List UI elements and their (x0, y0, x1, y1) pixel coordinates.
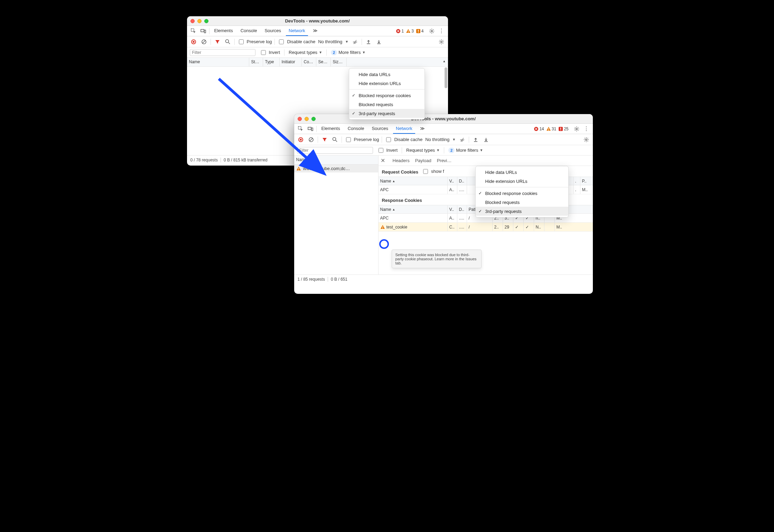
request-row[interactable]: www.youtube.com;dc… (294, 165, 378, 172)
record-icon[interactable] (297, 136, 305, 143)
issue-count[interactable]: 25 (558, 127, 568, 131)
error-count[interactable]: 1 (396, 29, 404, 34)
col-header[interactable]: D.. (457, 205, 467, 213)
upload-icon[interactable] (472, 136, 479, 143)
kebab-icon[interactable]: ⋮ (582, 125, 590, 133)
col-header[interactable]: Name▲ (379, 177, 448, 185)
warning-count[interactable]: 31 (546, 127, 556, 131)
col-name[interactable]: Name (294, 156, 378, 164)
disable-cache-checkbox[interactable]: Disable cache (278, 38, 315, 45)
filter-option-blocked-requests[interactable]: Blocked requests (349, 100, 425, 109)
network-conditions-icon[interactable] (351, 38, 359, 46)
issue-count[interactable]: 4 (416, 29, 424, 34)
tab-console[interactable]: Console (238, 26, 260, 36)
close-icon[interactable] (298, 117, 302, 121)
request-types-select[interactable]: Request types ▼ (289, 50, 322, 55)
settings-icon[interactable] (438, 38, 445, 46)
more-filters-select[interactable]: 2 More filters ▼ (331, 50, 365, 55)
zoom-icon[interactable] (204, 19, 208, 23)
filter-option-hide-data-urls[interactable]: Hide data URLs (349, 70, 425, 79)
scrollbar-thumb[interactable] (445, 67, 447, 88)
inspect-icon[interactable] (297, 125, 305, 133)
table-row[interactable]: test_cookieC..…./2..29✓✓N..M.. (379, 223, 593, 232)
filter-input[interactable] (190, 49, 255, 56)
download-icon[interactable] (375, 38, 383, 46)
filter-option--rd-party-requests[interactable]: ✓3rd-party requests (476, 207, 568, 216)
chevron-down-icon[interactable]: ▼ (345, 40, 348, 44)
inspect-icon[interactable] (190, 27, 197, 35)
chevron-down-icon[interactable]: ▼ (452, 138, 456, 141)
tab-sources[interactable]: Sources (369, 124, 391, 134)
request-types-select[interactable]: Request types ▼ (406, 148, 440, 153)
kebab-icon[interactable]: ⋮ (438, 27, 445, 35)
zoom-icon[interactable] (311, 117, 316, 121)
settings-icon[interactable] (582, 136, 590, 143)
cell: . (573, 185, 580, 194)
filter-input[interactable] (297, 147, 373, 154)
col-st[interactable]: St… (249, 58, 263, 66)
filter-icon[interactable] (214, 38, 221, 46)
filter-option--rd-party-requests[interactable]: ✓3rd-party requests (349, 109, 425, 118)
device-toolbar-icon[interactable] (307, 125, 314, 133)
preserve-log-checkbox[interactable]: Preserve log (345, 136, 379, 143)
filter-icon[interactable] (321, 136, 328, 143)
search-icon[interactable] (224, 38, 232, 46)
close-detail-icon[interactable]: ✕ (381, 157, 385, 164)
tab-elements[interactable]: Elements (319, 124, 343, 134)
tab-sources[interactable]: Sources (262, 26, 284, 36)
filter-option-blocked-requests[interactable]: Blocked requests (476, 198, 568, 207)
col-header[interactable]: P.. (580, 177, 593, 185)
col-se[interactable]: Se… (316, 58, 331, 66)
download-icon[interactable] (482, 136, 490, 143)
col-type[interactable]: Type (263, 58, 280, 66)
devtools-window-2: DevTools - www.youtube.com/ Elements Con… (294, 114, 593, 294)
close-icon[interactable] (190, 19, 195, 23)
col-header[interactable]: V.. (448, 177, 457, 185)
col-initiator[interactable]: Initiator (280, 58, 302, 66)
warning-count[interactable]: 3 (406, 29, 414, 34)
tab-network[interactable]: Network (393, 124, 415, 134)
tab-headers[interactable]: Headers (393, 158, 410, 163)
more-filters-select[interactable]: 2 More filters ▼ (448, 148, 483, 153)
col-co[interactable]: Co… (302, 58, 316, 66)
upload-icon[interactable] (365, 38, 372, 46)
col-name[interactable]: Name (187, 58, 249, 66)
filter-option-blocked-response-cookies[interactable]: ✓Blocked response cookies (476, 189, 568, 198)
error-count[interactable]: 14 (534, 127, 544, 131)
filter-option-hide-extension-urls[interactable]: Hide extension URLs (476, 177, 568, 186)
tab-more[interactable]: ≫ (310, 26, 320, 36)
svg-line-16 (229, 43, 230, 44)
search-icon[interactable] (331, 136, 339, 143)
tab-network[interactable]: Network (286, 26, 308, 36)
record-icon[interactable] (190, 38, 197, 46)
settings-icon[interactable] (428, 27, 436, 35)
minimize-icon[interactable] (305, 117, 309, 121)
col-waterfall[interactable]: ▲ (347, 58, 448, 66)
col-header[interactable]: D.. (457, 177, 467, 185)
tab-console[interactable]: Console (345, 124, 367, 134)
disable-cache-checkbox[interactable]: Disable cache (385, 136, 422, 143)
col-header[interactable]: . (573, 177, 580, 185)
filter-option-hide-extension-urls[interactable]: Hide extension URLs (349, 79, 425, 88)
throttling-select[interactable]: No throttling (318, 39, 342, 44)
tab-elements[interactable]: Elements (212, 26, 236, 36)
tab-payload[interactable]: Payload (415, 158, 431, 163)
tab-more[interactable]: ≫ (417, 124, 428, 134)
show-filtered-checkbox[interactable]: show f (422, 168, 444, 175)
invert-checkbox[interactable]: Invert (377, 147, 398, 154)
filter-option-hide-data-urls[interactable]: Hide data URLs (476, 168, 568, 177)
preserve-log-checkbox[interactable]: Preserve log (237, 38, 272, 45)
clear-icon[interactable] (307, 136, 315, 143)
invert-checkbox[interactable]: Invert (260, 49, 280, 56)
minimize-icon[interactable] (197, 19, 202, 23)
network-conditions-icon[interactable] (458, 136, 466, 143)
tab-preview[interactable]: Previ… (437, 158, 452, 163)
device-toolbar-icon[interactable] (199, 27, 207, 35)
settings-icon[interactable] (573, 125, 580, 133)
col-header[interactable]: V.. (448, 205, 457, 213)
col-siz[interactable]: Siz… (331, 58, 347, 66)
filter-option-blocked-response-cookies[interactable]: ✓Blocked response cookies (349, 91, 425, 100)
col-header[interactable]: Name▲ (379, 205, 448, 213)
throttling-select[interactable]: No throttling (425, 137, 449, 142)
clear-icon[interactable] (200, 38, 208, 46)
